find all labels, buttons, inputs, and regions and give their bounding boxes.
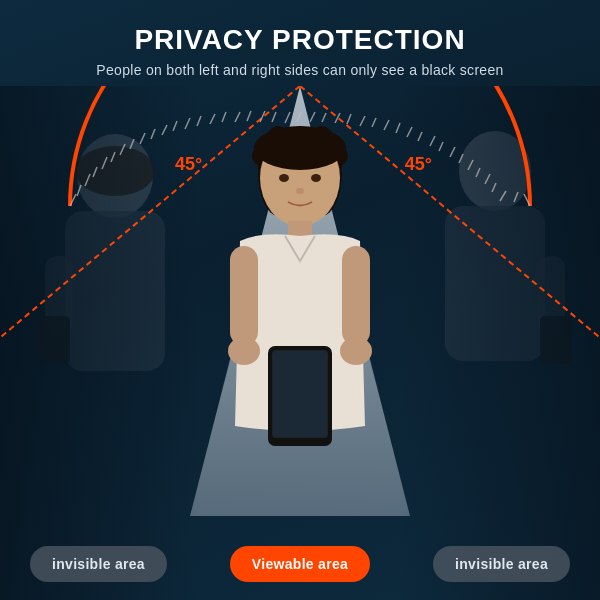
svg-line-20: [310, 112, 315, 122]
svg-line-48: [459, 154, 463, 163]
angle-right-label: 45°: [405, 154, 432, 175]
svg-line-23: [384, 120, 389, 130]
svg-rect-8: [540, 316, 572, 364]
svg-line-17: [235, 112, 240, 122]
header: PRIVACY PROTECTION People on both left a…: [76, 0, 523, 86]
badges-row: invisible area Viewable area invisible a…: [0, 546, 600, 582]
svg-line-44: [372, 118, 376, 127]
svg-line-37: [197, 116, 201, 126]
svg-rect-62: [342, 246, 370, 346]
svg-line-39: [247, 111, 251, 121]
viewable-area-badge: Viewable area: [230, 546, 370, 582]
svg-line-40: [272, 112, 276, 122]
svg-line-29: [500, 191, 506, 201]
svg-line-27: [468, 160, 473, 170]
svg-line-10: [85, 174, 90, 186]
svg-line-11: [102, 157, 107, 169]
svg-point-63: [228, 337, 260, 365]
svg-line-26: [450, 147, 455, 157]
svg-point-64: [340, 337, 372, 365]
svg-line-51: [514, 192, 518, 202]
svg-line-47: [439, 142, 443, 151]
svg-line-38: [222, 112, 226, 122]
svg-line-15: [185, 118, 190, 129]
svg-rect-67: [273, 351, 327, 437]
svg-line-43: [347, 114, 351, 124]
svg-line-28: [485, 174, 490, 184]
svg-line-35: [151, 129, 155, 139]
svg-line-21: [335, 113, 340, 123]
svg-line-49: [476, 168, 480, 177]
svg-line-18: [260, 111, 265, 122]
svg-rect-2: [65, 211, 165, 371]
svg-line-33: [111, 152, 115, 162]
protractor-arc: [40, 86, 560, 216]
visual-area: 45° 45°: [0, 86, 600, 600]
svg-line-14: [162, 125, 167, 135]
svg-line-50: [492, 183, 496, 192]
svg-line-42: [322, 113, 326, 122]
svg-line-36: [173, 121, 177, 131]
svg-line-24: [407, 127, 412, 137]
svg-line-12: [120, 144, 125, 155]
angle-left-label: 45°: [175, 154, 202, 175]
svg-line-32: [93, 167, 97, 177]
svg-line-19: [285, 112, 290, 123]
invisible-area-left-badge: invisible area: [30, 546, 167, 582]
page-title: PRIVACY PROTECTION: [96, 24, 503, 56]
page-subtitle: People on both left and right sides can …: [96, 62, 503, 78]
invisible-area-right-badge: invisible area: [433, 546, 570, 582]
svg-rect-6: [445, 206, 545, 361]
svg-line-31: [77, 185, 81, 196]
svg-line-41: [297, 112, 301, 122]
svg-line-45: [396, 123, 400, 133]
svg-rect-61: [230, 246, 258, 346]
svg-rect-4: [38, 316, 70, 364]
svg-line-22: [360, 116, 365, 126]
svg-line-46: [418, 132, 422, 141]
svg-line-34: [130, 139, 134, 149]
svg-line-13: [140, 133, 145, 144]
main-container: PRIVACY PROTECTION People on both left a…: [0, 0, 600, 600]
svg-line-25: [430, 136, 435, 146]
svg-line-16: [210, 114, 215, 124]
